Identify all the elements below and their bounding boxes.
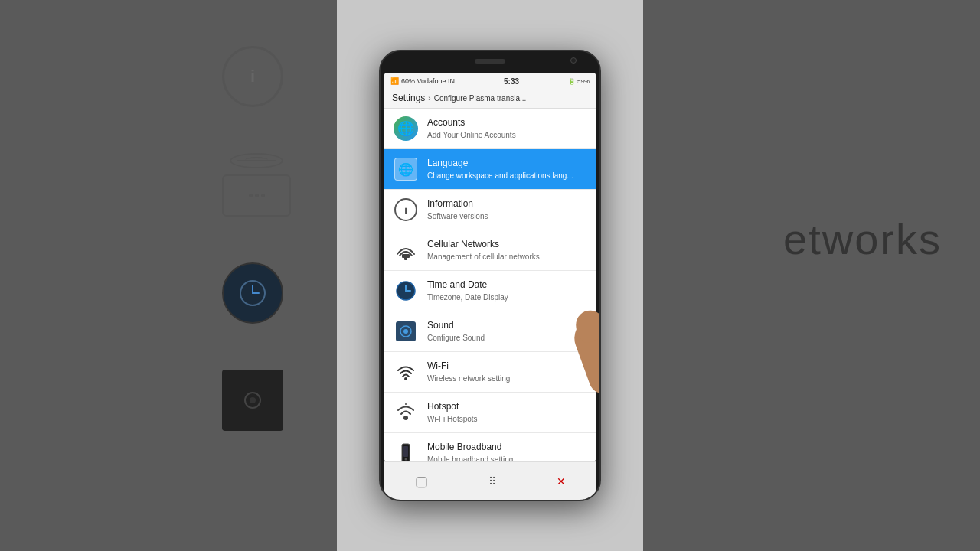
language-subtitle: Change workspace and applications lang..…	[427, 171, 588, 181]
svg-point-13	[404, 377, 407, 380]
information-text: Information Software versions	[427, 198, 588, 221]
breadcrumb-chevron: ›	[428, 94, 430, 103]
phone-speaker	[475, 59, 505, 64]
settings-item-cellular[interactable]: Cellular Networks Management of cellular…	[384, 230, 596, 271]
dark-rect-icon	[222, 370, 283, 431]
right-overlay	[643, 0, 980, 551]
language-title: Language	[427, 158, 588, 170]
hotspot-icon	[392, 399, 420, 426]
cellular-text: Cellular Networks Management of cellular…	[427, 239, 588, 262]
phone-camera	[570, 57, 577, 64]
info-circle-icon: i	[222, 46, 283, 107]
nav-back-button[interactable]: ▢	[415, 473, 428, 490]
information-icon: i	[392, 196, 420, 223]
cellular-icon	[392, 236, 420, 264]
status-bar: 📶 60% Vodafone IN 5:33 🔋 59%	[384, 73, 596, 90]
left-overlay: i	[0, 0, 337, 551]
accounts-icon: 🌐	[392, 115, 420, 142]
status-time: 5:33	[504, 77, 519, 86]
status-left: 📶 60% Vodafone IN	[390, 77, 455, 85]
mobilebroadband-icon	[392, 439, 420, 461]
svg-rect-17	[403, 446, 408, 457]
scene-background: etworks i	[0, 0, 980, 551]
settings-item-accounts[interactable]: 🌐 Accounts Add Your Online Accounts	[384, 109, 596, 149]
mobilebroadband-title: Mobile Broadband	[427, 442, 588, 454]
nav-recent-button[interactable]: ✕	[557, 475, 566, 487]
clock-icon	[222, 262, 283, 324]
signal-icon: 📶	[390, 77, 399, 85]
battery-icon: 🔋	[568, 78, 576, 85]
settings-item-language[interactable]: 🌐 Language Change workspace and applicat…	[384, 149, 596, 190]
svg-point-4	[250, 397, 256, 403]
status-right: 🔋 59%	[568, 78, 590, 85]
phone-device: 📶 60% Vodafone IN 5:33 🔋 59% Settings › …	[379, 50, 601, 501]
cellular-title: Cellular Networks	[427, 239, 588, 251]
left-icons-panel: i	[222, 46, 291, 431]
settings-item-information[interactable]: i Information Software versions	[384, 190, 596, 230]
accounts-subtitle: Add Your Online Accounts	[427, 130, 588, 140]
information-subtitle: Software versions	[427, 211, 588, 221]
sound-icon	[392, 318, 420, 345]
breadcrumb-settings[interactable]: Settings	[392, 93, 425, 103]
timedate-icon	[392, 277, 420, 305]
mobilebroadband-subtitle: Mobile broadband setting	[427, 455, 588, 461]
breadcrumb-current: Configure Plasma transla...	[434, 94, 527, 103]
accounts-text: Accounts Add Your Online Accounts	[427, 117, 588, 140]
carrier-text: 60% Vodafone IN	[401, 77, 455, 85]
breadcrumb: Settings › Configure Plasma transla...	[384, 90, 596, 109]
language-text: Language Change workspace and applicatio…	[427, 158, 588, 181]
svg-point-12	[403, 329, 408, 334]
accounts-title: Accounts	[427, 117, 588, 129]
nav-home-button[interactable]: ⠿	[488, 475, 496, 487]
mobilebroadband-text: Mobile Broadband Mobile broadband settin…	[427, 442, 588, 461]
svg-point-14	[403, 416, 408, 420]
information-title: Information	[427, 198, 588, 210]
phone-nav-bar: ▢ ⠿ ✕	[384, 461, 596, 500]
cellular-subtitle: Management of cellular networks	[427, 252, 588, 262]
finger	[569, 311, 601, 398]
hand-overlay	[561, 285, 601, 439]
svg-rect-6	[404, 256, 407, 260]
router-icon	[222, 174, 291, 217]
svg-point-18	[405, 458, 407, 461]
wifi-icon	[392, 358, 420, 386]
phone-body: 📶 60% Vodafone IN 5:33 🔋 59% Settings › …	[379, 50, 601, 501]
battery-pct: 59%	[577, 78, 590, 85]
language-icon: 🌐	[392, 155, 420, 183]
